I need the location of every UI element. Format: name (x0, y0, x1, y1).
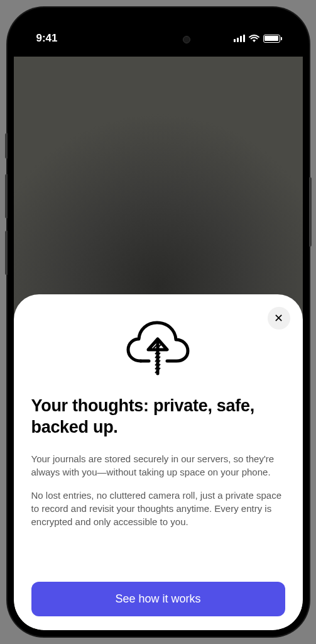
volume-up-button (5, 174, 8, 218)
close-icon: ✕ (274, 313, 283, 324)
sheet-title: Your thoughts: private, safe, backed up. (31, 396, 285, 438)
screen: 9:41 (14, 14, 303, 630)
battery-icon (263, 35, 280, 43)
bottom-sheet: ✕ (14, 294, 303, 630)
sheet-paragraph-2: No lost entries, no cluttered camera rol… (31, 489, 285, 528)
dynamic-island (117, 28, 199, 52)
phone-frame: 9:41 (8, 8, 309, 636)
dimmed-background: ✕ (14, 57, 303, 630)
power-button (309, 177, 312, 247)
sheet-paragraph-1: Your journals are stored securely in our… (31, 452, 285, 479)
volume-down-button (5, 231, 8, 275)
status-time: 9:41 (36, 32, 58, 45)
close-button[interactable]: ✕ (268, 307, 290, 330)
status-icons (234, 35, 280, 43)
camera-icon (183, 36, 190, 43)
cellular-signal-icon (234, 35, 245, 42)
cloud-upload-icon (31, 318, 285, 378)
side-buttons-left (5, 133, 8, 287)
silent-switch (5, 133, 8, 158)
see-how-it-works-button[interactable]: See how it works (31, 582, 285, 616)
wifi-icon (249, 35, 259, 42)
